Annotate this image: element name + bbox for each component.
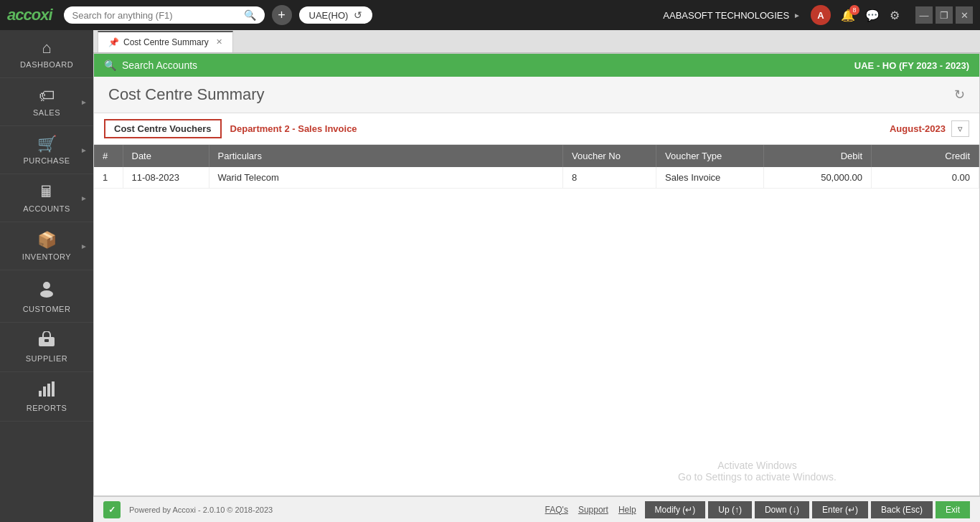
filter-department-label: Department 2 - Sales Invoice bbox=[222, 120, 366, 137]
col-header-credit: Credit bbox=[872, 145, 979, 167]
sidebar-item-inventory[interactable]: 📦 INVENTORY ► bbox=[0, 222, 93, 270]
data-table: # Date Particulars Voucher No Voucher Ty… bbox=[94, 145, 979, 189]
filter-icon-button[interactable]: ▿ bbox=[951, 120, 969, 137]
sidebar-item-supplier[interactable]: SUPPLIER bbox=[0, 323, 93, 372]
message-icon[interactable]: 💬 bbox=[865, 9, 880, 22]
footer-powered-by: Powered by Accoxi - 2.0.10 © 2018-2023 bbox=[129, 506, 273, 514]
sidebar-label-customer: CUSTOMER bbox=[23, 305, 71, 313]
content-wrapper: 📌 Cost Centre Summary ✕ 🔍 Search Account… bbox=[93, 30, 980, 522]
search-input[interactable] bbox=[72, 10, 238, 21]
faq-link[interactable]: FAQ's bbox=[545, 505, 568, 515]
dashboard-icon: ⌂ bbox=[42, 39, 51, 57]
sidebar-item-customer[interactable]: CUSTOMER bbox=[0, 270, 93, 323]
up-button[interactable]: Up (↑) bbox=[708, 501, 752, 518]
footer-links: FAQ's Support Help bbox=[545, 505, 636, 515]
topbar-right: AABASOFT TECHNOLOGIES ► A 🔔 8 💬 ⚙ — ❐ ✕ bbox=[663, 5, 973, 25]
search-accounts-area[interactable]: 🔍 Search Accounts bbox=[104, 60, 197, 71]
cell-date: 11-08-2023 bbox=[123, 167, 209, 189]
cell-credit: 0.00 bbox=[872, 167, 979, 189]
reports-icon bbox=[38, 381, 55, 401]
footer-buttons: Modify (↵) Up (↑) Down (↓) Enter (↵) Bac… bbox=[645, 501, 970, 518]
purchase-icon: 🛒 bbox=[37, 135, 57, 153]
modify-button[interactable]: Modify (↵) bbox=[645, 501, 706, 518]
region-refresh-icon[interactable]: ↺ bbox=[354, 9, 362, 21]
settings-icon[interactable]: ⚙ bbox=[890, 9, 900, 22]
tab-pin-icon: 📌 bbox=[108, 37, 119, 47]
cell-voucher-no: 8 bbox=[563, 167, 656, 189]
sidebar-label-purchase: PURCHASE bbox=[23, 156, 70, 165]
sidebar-item-sales[interactable]: 🏷 SALES ► bbox=[0, 78, 93, 126]
filter-right: August-2023 ▿ bbox=[890, 120, 969, 137]
filter-row: Cost Centre Vouchers Department 2 - Sale… bbox=[94, 113, 979, 145]
col-header-particulars: Particulars bbox=[209, 145, 563, 167]
minimize-button[interactable]: — bbox=[915, 6, 933, 24]
search-icon: 🔍 bbox=[244, 9, 256, 21]
add-button[interactable]: + bbox=[272, 5, 292, 25]
svg-rect-4 bbox=[39, 391, 42, 397]
back-button[interactable]: Back (Esc) bbox=[871, 501, 933, 518]
tab-label: Cost Centre Summary bbox=[123, 37, 209, 47]
sidebar-label-inventory: INVENTORY bbox=[22, 252, 71, 261]
cell-particulars: Warid Telecom bbox=[209, 167, 563, 189]
svg-rect-5 bbox=[43, 386, 46, 397]
enter-button[interactable]: Enter (↵) bbox=[812, 501, 868, 518]
notification-icon[interactable]: 🔔 8 bbox=[841, 9, 855, 22]
page-refresh-icon[interactable]: ↻ bbox=[954, 87, 965, 103]
svg-point-1 bbox=[40, 290, 53, 298]
company-arrow-icon: ► bbox=[793, 11, 801, 19]
sidebar-item-purchase[interactable]: 🛒 PURCHASE ► bbox=[0, 126, 93, 174]
sidebar-label-dashboard: DASHBOARD bbox=[20, 60, 73, 69]
accounts-icon: 🖩 bbox=[39, 183, 55, 201]
sales-icon: 🏷 bbox=[39, 87, 55, 105]
svg-point-0 bbox=[43, 282, 50, 289]
down-button[interactable]: Down (↓) bbox=[755, 501, 809, 518]
footer: ✓ Powered by Accoxi - 2.0.10 © 2018-2023… bbox=[93, 496, 980, 522]
sidebar-label-supplier: SUPPLIER bbox=[26, 354, 67, 363]
purchase-arrow-icon: ► bbox=[80, 146, 88, 154]
notification-badge: 8 bbox=[849, 5, 859, 15]
main-layout: ⌂ DASHBOARD 🏷 SALES ► 🛒 PURCHASE ► 🖩 ACC… bbox=[0, 30, 980, 522]
sidebar: ⌂ DASHBOARD 🏷 SALES ► 🛒 PURCHASE ► 🖩 ACC… bbox=[0, 30, 93, 522]
accounts-arrow-icon: ► bbox=[80, 194, 88, 202]
page-title: Cost Centre Summary bbox=[108, 85, 265, 104]
topbar: accoxi 🔍 + UAE(HO) ↺ AABASOFT TECHNOLOGI… bbox=[0, 0, 980, 30]
sidebar-label-accounts: ACCOUNTS bbox=[23, 204, 70, 213]
filter-date-label: August-2023 bbox=[890, 123, 946, 134]
svg-rect-7 bbox=[52, 381, 55, 397]
tab-bar: 📌 Cost Centre Summary ✕ bbox=[93, 30, 980, 53]
tab-close-button[interactable]: ✕ bbox=[216, 37, 222, 47]
search-bar[interactable]: 🔍 bbox=[64, 6, 265, 24]
support-link[interactable]: Support bbox=[578, 505, 608, 515]
sales-arrow-icon: ► bbox=[80, 98, 88, 106]
supplier-icon bbox=[37, 331, 56, 351]
cell-voucher-type: Sales Invoice bbox=[656, 167, 764, 189]
table-row[interactable]: 1 11-08-2023 Warid Telecom 8 Sales Invoi… bbox=[94, 167, 979, 189]
region-selector[interactable]: UAE(HO) ↺ bbox=[299, 6, 373, 24]
window-controls: — ❐ ✕ bbox=[915, 6, 973, 24]
footer-logo: ✓ bbox=[103, 501, 121, 518]
col-header-voucher-type: Voucher Type bbox=[656, 145, 764, 167]
customer-icon bbox=[37, 279, 56, 302]
svg-rect-3 bbox=[44, 339, 49, 342]
cell-debit: 50,000.00 bbox=[764, 167, 872, 189]
page-title-area: Cost Centre Summary ↻ bbox=[94, 77, 979, 113]
svg-rect-6 bbox=[47, 384, 50, 397]
sidebar-item-reports[interactable]: REPORTS bbox=[0, 372, 93, 422]
restore-button[interactable]: ❐ bbox=[936, 6, 953, 24]
inventory-icon: 📦 bbox=[37, 231, 57, 250]
col-header-num: # bbox=[94, 145, 123, 167]
sidebar-label-reports: REPORTS bbox=[27, 404, 67, 412]
sidebar-item-dashboard[interactable]: ⌂ DASHBOARD bbox=[0, 30, 93, 78]
avatar[interactable]: A bbox=[811, 5, 831, 25]
close-button[interactable]: ✕ bbox=[956, 6, 973, 24]
company-name: AABASOFT TECHNOLOGIES ► bbox=[663, 10, 801, 21]
sidebar-item-accounts[interactable]: 🖩 ACCOUNTS ► bbox=[0, 174, 93, 222]
tab-cost-centre-summary[interactable]: 📌 Cost Centre Summary ✕ bbox=[98, 31, 233, 52]
window-content: 🔍 Search Accounts UAE - HO (FY 2023 - 20… bbox=[93, 53, 980, 496]
filter-vouchers-button[interactable]: Cost Centre Vouchers bbox=[104, 119, 222, 138]
sidebar-label-sales: SALES bbox=[33, 108, 60, 117]
region-info: UAE - HO (FY 2023 - 2023) bbox=[854, 60, 969, 71]
col-header-voucher-no: Voucher No bbox=[563, 145, 656, 167]
exit-button[interactable]: Exit bbox=[936, 501, 970, 518]
help-link[interactable]: Help bbox=[618, 505, 636, 515]
